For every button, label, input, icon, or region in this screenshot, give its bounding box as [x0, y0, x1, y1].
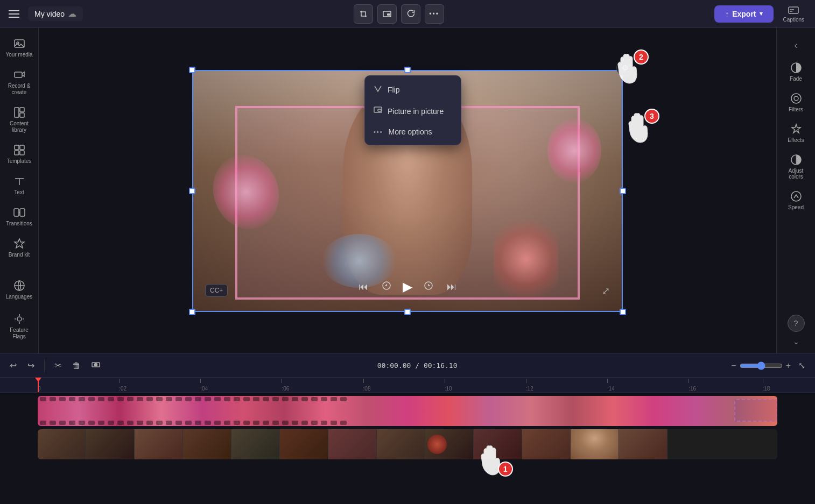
svg-point-35: [791, 94, 801, 103]
redo-button[interactable]: ↪: [24, 358, 38, 373]
sidebar-item-media[interactable]: Your media: [2, 33, 37, 62]
playback-controls: ⏮ ▶ ⏭: [356, 278, 459, 296]
right-sidebar-filters[interactable]: Filters: [779, 88, 813, 117]
context-menu: Flip Picture in picture ••• More options: [364, 75, 461, 145]
sticker-track[interactable]: [38, 396, 777, 426]
video-preview: ⚙ Flip: [192, 70, 623, 312]
ruler-mark-02: :02: [119, 379, 127, 393]
svg-rect-18: [20, 209, 25, 216]
cursor-annotation-3: 3: [626, 113, 655, 150]
hamburger-menu[interactable]: [6, 8, 22, 20]
context-menu-pip[interactable]: Picture in picture: [365, 101, 461, 122]
badge-3: 3: [644, 109, 659, 124]
video-track[interactable]: [38, 429, 777, 459]
canvas-container: 16:9: [39, 28, 776, 353]
context-menu-flip[interactable]: Flip: [365, 79, 461, 101]
ruler-mark-06: :06: [282, 379, 289, 393]
context-menu-more[interactable]: ••• More options: [365, 122, 461, 141]
context-menu-more-label: More options: [389, 127, 432, 136]
languages-icon: [13, 280, 25, 292]
sidebar-item-featureflags[interactable]: FeatureFlags: [2, 309, 37, 344]
sidebar-item-languages[interactable]: Languages: [2, 275, 37, 304]
svg-rect-9: [20, 108, 24, 112]
left-sidebar: Your media Record &create Contentlibrary: [0, 28, 39, 353]
filters-icon: [790, 93, 802, 104]
fullscreen-button[interactable]: ⤢: [602, 285, 610, 297]
handle-middle-right[interactable]: [620, 188, 626, 194]
rotate-tool-button[interactable]: [401, 4, 420, 24]
handle-top-center[interactable]: [404, 67, 411, 73]
handle-bottom-center[interactable]: [404, 309, 411, 315]
undo-button[interactable]: ↩: [6, 358, 20, 373]
right-chevron-button[interactable]: ⌄: [791, 335, 802, 348]
help-button[interactable]: ?: [788, 315, 805, 332]
zoom-in-icon[interactable]: +: [786, 361, 791, 371]
zoom-controls: − +: [731, 361, 791, 371]
video-track-frames: [38, 429, 777, 459]
featureflags-icon: [13, 313, 25, 325]
badge-2: 2: [634, 49, 649, 65]
project-name: My video: [34, 10, 65, 18]
right-speed-label: Speed: [788, 204, 804, 210]
project-name-container: My video ☁: [28, 6, 83, 21]
more-options-button[interactable]: •••: [425, 4, 444, 24]
right-sidebar-colors[interactable]: Adjustcolors: [779, 150, 813, 184]
handle-bottom-right[interactable]: [620, 309, 626, 315]
ruler-mark-12: :12: [526, 379, 533, 393]
sidebar-item-transitions[interactable]: Transitions: [2, 202, 37, 231]
right-colors-label: Adjustcolors: [789, 168, 804, 180]
brandkit-icon: [13, 238, 25, 250]
record-icon: [13, 69, 25, 81]
skip-back-button[interactable]: ⏮: [356, 279, 370, 295]
sticker-track-inner: [38, 396, 777, 426]
transitions-icon: [13, 207, 25, 218]
captions-button[interactable]: Captions: [779, 3, 809, 25]
zoom-out-icon[interactable]: −: [731, 361, 736, 371]
rewind-button[interactable]: [379, 278, 394, 296]
sidebar-flags-label: FeatureFlags: [10, 327, 28, 340]
svg-rect-12: [20, 145, 24, 150]
add-to-timeline-button[interactable]: [88, 358, 103, 373]
svg-point-36: [794, 96, 798, 101]
sidebar-item-fluent[interactable]: FluentTheme: [2, 349, 37, 353]
sidebar-content-label: Contentlibrary: [10, 120, 29, 133]
skip-forward-button[interactable]: ⏭: [445, 279, 459, 295]
effects-icon: [790, 123, 802, 135]
sidebar-item-brandkit[interactable]: Brand kit: [2, 233, 37, 262]
handle-middle-left[interactable]: [189, 188, 195, 194]
sidebar-item-text[interactable]: Text: [2, 171, 37, 200]
handle-top-left[interactable]: [189, 67, 195, 73]
cut-button[interactable]: ✂: [51, 358, 65, 373]
crop-tool-button[interactable]: [354, 4, 373, 24]
sidebar-item-templates[interactable]: Templates: [2, 140, 37, 169]
forward-button[interactable]: [421, 278, 436, 296]
track-placeholder: [734, 399, 777, 422]
fade-icon: [790, 62, 802, 74]
cc-button[interactable]: CC+: [205, 284, 228, 297]
media-icon: [13, 38, 25, 49]
sidebar-item-record[interactable]: Record &create: [2, 65, 37, 100]
delete-button[interactable]: 🗑: [69, 359, 84, 373]
right-sidebar-fade[interactable]: Fade: [779, 58, 813, 86]
svg-rect-8: [15, 108, 19, 117]
sidebar-item-content[interactable]: Contentlibrary: [2, 102, 37, 138]
right-sidebar: ‹ Fade Filters Effects: [776, 28, 815, 353]
play-button[interactable]: ▶: [403, 279, 412, 294]
zoom-slider[interactable]: [740, 361, 783, 370]
right-sidebar-speed[interactable]: Speed: [779, 186, 813, 215]
sidebar-text-label: Text: [14, 189, 24, 196]
right-sidebar-effects[interactable]: Effects: [779, 119, 813, 147]
right-collapse-button[interactable]: ‹: [790, 36, 802, 55]
text-icon: [13, 175, 25, 187]
sidebar-record-label: Record &create: [8, 83, 31, 96]
ruler-mark-14: :14: [607, 379, 615, 393]
settings-button[interactable]: ⚙: [616, 59, 634, 76]
export-button[interactable]: ↑ Export ▾: [714, 5, 773, 23]
svg-rect-11: [15, 145, 19, 150]
handle-bottom-left[interactable]: [189, 309, 195, 315]
pip-tool-button[interactable]: [377, 4, 397, 24]
total-time: 00:16.10: [424, 361, 458, 370]
content-icon: [13, 107, 25, 118]
timeline-expand-button[interactable]: ⤡: [795, 358, 809, 373]
more-context-icon: •••: [374, 129, 383, 135]
